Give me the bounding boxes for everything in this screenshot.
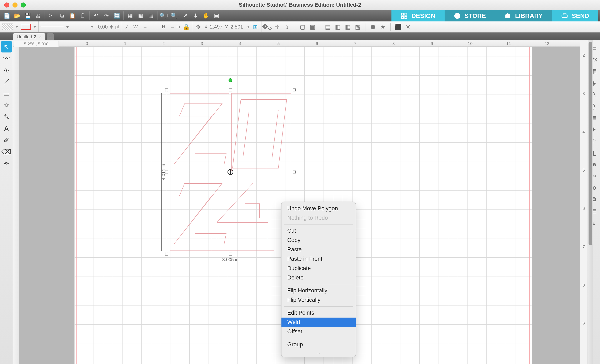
selected-object[interactable]: 4.011 in 3.005 in — [170, 93, 291, 251]
zoom-in-button[interactable]: 🔍+ — [159, 11, 169, 20]
ctx-weld[interactable]: Weld — [281, 318, 356, 327]
hruler-tick-10: 10 — [468, 41, 472, 46]
ctx-flip-vertically[interactable]: Flip Vertically — [281, 295, 356, 305]
paste-button[interactable]: 📋 — [67, 11, 77, 20]
group-button[interactable]: ⬢ — [369, 23, 377, 31]
lock-icon[interactable]: 🔒 — [182, 23, 190, 31]
line-weight-value[interactable]: 0.00 — [96, 24, 108, 30]
resize-handle-mr[interactable] — [293, 171, 296, 173]
ctx-copy[interactable]: Copy — [281, 236, 356, 245]
tool-note[interactable]: ✐ — [1, 135, 12, 146]
tab-design[interactable]: DESIGN — [392, 10, 445, 21]
line-style-preview[interactable] — [41, 27, 64, 27]
backward-button[interactable]: ▦ — [344, 23, 351, 31]
line-weight-preset-dropdown[interactable] — [91, 26, 94, 28]
scrollbar-thumb[interactable] — [589, 42, 592, 245]
undo-button[interactable]: ↶ — [91, 11, 101, 20]
resize-handle-tm[interactable] — [229, 89, 232, 91]
add-document-tab[interactable]: + — [47, 33, 54, 40]
close-window-button[interactable] — [4, 2, 9, 8]
center-canvas-button[interactable]: ▣ — [211, 11, 222, 20]
delete-x-button[interactable]: ✕ — [404, 23, 412, 31]
redo-button[interactable]: ↷ — [101, 11, 112, 20]
ctx-offset[interactable]: Offset — [281, 327, 356, 336]
main-toolbar: 📄📂💾🖨✂⧉📋🗒↶↷🔄▦▧▨🔍+🔍-⤢⬇✋▣ DESIGN STORE LIBR… — [0, 10, 600, 21]
tab-store[interactable]: STORE — [445, 10, 495, 21]
3d-button[interactable]: ⬛ — [394, 23, 402, 31]
forward-button[interactable]: ▥ — [334, 23, 341, 31]
align-left-button[interactable]: �ی — [263, 23, 271, 31]
front-button[interactable]: ▤ — [324, 23, 331, 31]
back-button[interactable]: ▧ — [354, 23, 361, 31]
resize-handle-bm[interactable] — [229, 253, 232, 255]
ctx-cut[interactable]: Cut — [281, 226, 356, 236]
line-weight-spinner[interactable] — [110, 25, 113, 29]
ctx-paste[interactable]: Paste — [281, 245, 356, 254]
tool-line[interactable]: ／ — [1, 76, 12, 87]
line-color-swatch[interactable] — [21, 24, 31, 30]
fill-swatch[interactable] — [2, 24, 13, 30]
ctx-paste-in-front[interactable]: Paste in Front — [281, 254, 356, 264]
pan-button[interactable]: ✋ — [201, 11, 211, 20]
clipboard-icon: 🗒 — [80, 12, 85, 19]
resize-handle-tl[interactable] — [165, 89, 168, 91]
open-button[interactable]: 📂 — [12, 11, 22, 20]
ctx-delete[interactable]: Delete — [281, 273, 356, 282]
line-color-dropdown[interactable] — [33, 26, 36, 28]
tool-text[interactable]: A — [1, 123, 12, 134]
ctx-undo-move-polygon[interactable]: Undo Move Polygon — [281, 204, 356, 213]
minimize-window-button[interactable] — [12, 2, 18, 8]
y-value[interactable]: 2.501 — [231, 24, 243, 30]
ctx-edit-points[interactable]: Edit Points — [281, 308, 356, 318]
refresh-button[interactable]: 🔄 — [112, 11, 122, 20]
ctx-group[interactable]: Group — [281, 340, 356, 349]
fill-dropdown[interactable] — [15, 26, 18, 28]
tool-eyedropper[interactable]: ✒ — [1, 158, 12, 169]
save-button[interactable]: 💾 — [22, 11, 33, 20]
line-style-dropdown[interactable] — [66, 26, 69, 28]
vertical-ruler[interactable] — [13, 47, 19, 364]
height-value[interactable]: – — [168, 24, 174, 30]
zoom-out-button[interactable]: 🔍- — [169, 11, 180, 20]
tool-rectangle[interactable]: ▭ — [1, 88, 12, 99]
tab-send[interactable]: SEND — [552, 10, 598, 21]
cut-button[interactable]: ✂ — [46, 11, 57, 20]
tool-freehand[interactable]: ∿ — [1, 64, 12, 76]
context-menu[interactable]: Undo Move PolygonNothing to RedoCutCopyP… — [281, 201, 356, 357]
crop-button[interactable]: ▢ — [299, 23, 306, 31]
tool-pencil[interactable]: ✎ — [1, 111, 12, 122]
maximize-window-button[interactable] — [21, 2, 26, 8]
document-tab[interactable]: Untitled-2 × — [13, 33, 46, 40]
x-value[interactable]: 2.497 — [210, 24, 223, 30]
fit-button[interactable]: ⤢ — [180, 11, 190, 20]
invert-button[interactable]: ▨ — [146, 11, 156, 20]
tool-star[interactable]: ☆ — [1, 100, 12, 111]
vertical-scrollbar[interactable] — [588, 40, 593, 364]
deselect-icon: ▧ — [138, 12, 143, 19]
tool-edit-points[interactable]: 〰 — [1, 53, 12, 64]
width-value[interactable]: – — [140, 24, 146, 30]
horizontal-ruler[interactable]: 0123456789101112 — [13, 40, 580, 47]
rotate-handle[interactable] — [229, 78, 232, 82]
align-center-button[interactable]: ✛ — [273, 23, 281, 31]
ctx-duplicate[interactable]: Duplicate — [281, 264, 356, 273]
tab-library[interactable]: LIBRARY — [495, 10, 552, 21]
resize-handle-tr[interactable] — [293, 89, 296, 91]
new-button[interactable]: 📄 — [2, 11, 12, 20]
star-fav-button[interactable]: ★ — [379, 23, 387, 31]
clipboard-button[interactable]: 🗒 — [77, 11, 88, 20]
align-right-button[interactable]: ⟟ — [283, 23, 291, 31]
close-tab-button[interactable]: × — [39, 35, 42, 39]
resize-handle-bl[interactable] — [165, 253, 168, 255]
download-button[interactable]: ⬇ — [190, 11, 201, 20]
ctx-flip-horizontally[interactable]: Flip Horizontally — [281, 286, 356, 295]
copy-button[interactable]: ⧉ — [57, 11, 67, 20]
print-button[interactable]: 🖨 — [33, 11, 43, 20]
ctx-more-chevron-icon[interactable]: ⌄ — [281, 349, 356, 356]
deselect-button[interactable]: ▧ — [135, 11, 146, 20]
select-all-button[interactable]: ▦ — [125, 11, 135, 20]
snap-grid-icon[interactable]: ⊞ — [252, 23, 259, 31]
tool-eraser[interactable]: ⌫ — [1, 146, 12, 157]
tool-select[interactable]: ↖ — [1, 41, 12, 53]
crop2-button[interactable]: ▣ — [309, 23, 316, 31]
